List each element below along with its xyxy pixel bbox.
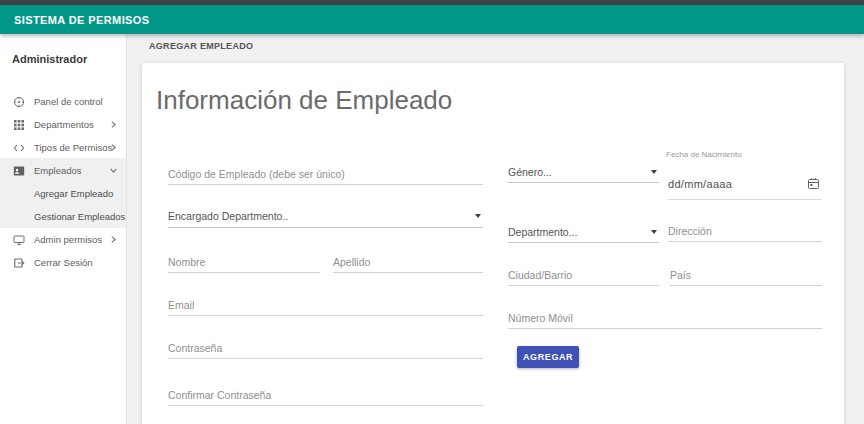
email-field: [168, 294, 483, 316]
agregar-button[interactable]: AGREGAR: [517, 346, 579, 368]
calendar-icon[interactable]: [807, 177, 820, 190]
dashboard-icon: [13, 96, 25, 108]
genero-select[interactable]: Género...: [508, 161, 659, 183]
sidebar-item-departmentos[interactable]: Departmentos: [0, 113, 126, 136]
apellido-input[interactable]: [333, 252, 483, 273]
ciudad-barrio-field: [508, 265, 659, 286]
app-bar: SISTEMA DE PERMISOS: [0, 5, 864, 34]
chevron-right-icon: [109, 120, 118, 129]
numero-movil-input[interactable]: [508, 308, 822, 329]
window-top-strip: [0, 0, 864, 5]
employee-form-card: Información de Empleado Encargado Depart…: [142, 63, 844, 424]
monitor-icon: [13, 234, 25, 246]
codigo-empleado-field: [168, 163, 483, 185]
numero-movil-field: [508, 308, 822, 329]
encargado-selected-value: Encargado Departmento..: [168, 210, 288, 222]
app-window: SISTEMA DE PERMISOS Administrador Panel …: [0, 0, 864, 424]
app-title: SISTEMA DE PERMISOS: [14, 14, 150, 26]
sidebar-item-label: Cerrar Sesión: [34, 257, 93, 268]
fecha-nacimiento-datefield[interactable]: dd/mm/aaaa: [668, 168, 822, 200]
codigo-empleado-input[interactable]: [168, 163, 483, 185]
page-title: Información de Empleado: [156, 85, 452, 116]
sidebar-item-admin-permisos[interactable]: Admin permisos: [0, 228, 126, 251]
sidebar-subitem-label: Agregar Empleado: [34, 188, 113, 199]
departamento-select[interactable]: Departmento...: [508, 221, 659, 243]
select-caret-icon: [475, 214, 481, 218]
sidebar-item-panel-de-control[interactable]: Panel de control: [0, 90, 126, 113]
sidebar-item-label: Departmentos: [34, 119, 94, 130]
pais-field: [670, 265, 822, 286]
sidebar-item-label: Admin permisos: [34, 234, 102, 245]
email-input[interactable]: [168, 294, 483, 316]
direccion-input[interactable]: [668, 221, 822, 242]
encargado-departamento-select[interactable]: Encargado Departmento..: [168, 205, 483, 228]
sidebar-subitem-label: Gestionar Empleados: [34, 211, 125, 222]
contrasena-input[interactable]: [168, 337, 483, 359]
contrasena-field: [168, 337, 483, 359]
contacts-icon: [13, 165, 25, 177]
select-caret-icon: [651, 230, 657, 234]
breadcrumb: AGREGAR EMPLEADO: [149, 41, 253, 51]
select-caret-icon: [651, 170, 657, 174]
sidebar-item-label: Empleados: [34, 165, 82, 176]
fecha-nacimiento-value: dd/mm/aaaa: [668, 178, 732, 190]
logout-icon: [13, 257, 25, 269]
direccion-field: [668, 221, 822, 242]
sidebar-item-label: Tipos de Permisos: [34, 142, 112, 153]
sidebar-item-agregar-empleado[interactable]: Agregar Empleado: [0, 182, 126, 205]
chevron-down-icon: [109, 166, 118, 175]
pais-input[interactable]: [670, 265, 822, 286]
chevron-right-icon: [109, 143, 118, 152]
sidebar-item-cerrar-sesion[interactable]: Cerrar Sesión: [0, 251, 126, 274]
sidebar-item-label: Panel de control: [34, 96, 103, 107]
departamento-selected-value: Departmento...: [508, 226, 577, 238]
genero-selected-value: Género...: [508, 166, 552, 178]
chevron-right-icon: [109, 235, 118, 244]
code-icon: [13, 142, 25, 154]
sidebar-username: Administrador: [12, 53, 87, 65]
nombre-field: [168, 252, 320, 273]
apellido-field: [333, 252, 483, 273]
nombre-input[interactable]: [168, 252, 320, 273]
fecha-nacimiento-label: Fecha de Nacimiento: [666, 150, 742, 159]
sidebar-item-tipos-de-permisos[interactable]: Tipos de Permisos: [0, 136, 126, 159]
confirmar-contrasena-input[interactable]: [168, 384, 483, 406]
sidebar: Administrador Panel de control Departmen…: [0, 34, 127, 424]
confirmar-contrasena-field: [168, 384, 483, 406]
ciudad-barrio-input[interactable]: [508, 265, 659, 286]
grid-icon: [13, 119, 25, 131]
sidebar-item-gestionar-empleados[interactable]: Gestionar Empleados: [0, 205, 126, 228]
sidebar-item-empleados[interactable]: Empleados: [0, 159, 126, 182]
